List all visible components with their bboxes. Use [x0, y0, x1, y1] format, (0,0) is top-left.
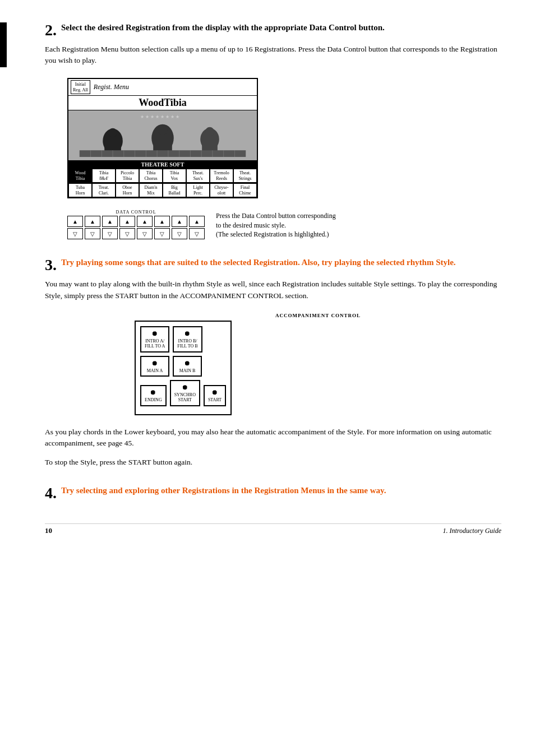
- dc-down-row: ▽▽▽▽▽▽▽▽: [67, 228, 205, 239]
- step2-container: 2. Select the desired Registration from …: [45, 22, 501, 240]
- main-b-icon: ⏺: [177, 359, 197, 368]
- accompaniment-section: ACCOMPANIMENT CONTROL ⏺ INTRO A/FILL TO …: [135, 313, 501, 415]
- step3-header: 3. Try playing some songs that are suite…: [45, 257, 501, 273]
- main-b-label: MAIN B: [177, 369, 197, 374]
- dc-up-btn[interactable]: ▲: [102, 216, 118, 227]
- dc-up-row: ▲▲▲▲▲▲▲▲: [67, 216, 205, 227]
- acc-intro-row: ⏺ INTRO A/FILL TO A ⏺ INTRO B/FILL TO B: [140, 326, 226, 353]
- dc-down-btn[interactable]: ▽: [189, 228, 205, 239]
- regist-row1: Wood TibiaTibia 8&4'Piccolo TibiaTibia C…: [68, 168, 257, 183]
- dc-down-btn[interactable]: ▽: [85, 228, 100, 239]
- dc-caption-line1: Press the Data Control button correspond…: [216, 211, 336, 221]
- intro-b-icon: ⏺: [177, 330, 197, 338]
- dc-caption-line3: (The selected Registration is highlighte…: [216, 230, 336, 239]
- step2-title: Select the desired Registration from the…: [61, 22, 501, 34]
- svg-rect-11: [80, 150, 246, 157]
- dc-down-btn[interactable]: ▽: [67, 228, 83, 239]
- main-a-icon: ⏺: [145, 359, 165, 368]
- regist-top-row: Initial Reg. All Regist. Menu: [68, 79, 257, 96]
- dc-caption-line2: to the desired music style.: [216, 221, 336, 230]
- regist-cell[interactable]: Theat. Strings: [233, 169, 257, 183]
- page-number: 10: [45, 526, 52, 535]
- regist-cell[interactable]: Tibia 8&4': [92, 169, 116, 183]
- main-a-btn[interactable]: ⏺ MAIN A: [140, 356, 169, 377]
- dc-up-btn[interactable]: ▲: [67, 216, 83, 227]
- dc-up-btn[interactable]: ▲: [119, 216, 135, 227]
- regist-cell[interactable]: Chryse- olott: [210, 183, 233, 197]
- dc-up-btn[interactable]: ▲: [172, 216, 187, 227]
- regist-cell[interactable]: Light Perc.: [186, 183, 210, 197]
- step3-container: 3. Try playing some songs that are suite…: [45, 257, 501, 468]
- theatre-soft-label: THEATRE SOFT: [68, 161, 257, 168]
- start-btn[interactable]: ⏺ START: [204, 385, 226, 406]
- svg-text:★ ★ ★ ★ ★ ★ ★ ★: ★ ★ ★ ★ ★ ★ ★ ★: [140, 114, 179, 119]
- dc-down-btn[interactable]: ▽: [102, 228, 118, 239]
- page-footer: 10 1. Introductory Guide: [45, 523, 501, 535]
- data-control-wrapper: DATA CONTROL ▲▲▲▲▲▲▲▲ ▽▽▽▽▽▽▽▽: [67, 210, 205, 240]
- registration-display: Initial Reg. All Regist. Menu WoodTibia: [67, 78, 258, 199]
- synchro-label: SYNCHROSTART: [174, 393, 196, 403]
- dc-up-btn[interactable]: ▲: [85, 216, 100, 227]
- dc-up-btn[interactable]: ▲: [154, 216, 170, 227]
- step2-body: Each Registration Menu button selection …: [45, 44, 501, 67]
- step3-footer2: To stop the Style, press the START butto…: [45, 457, 501, 468]
- step4-title: Try selecting and exploring other Regist…: [61, 485, 501, 497]
- regist-cell[interactable]: Tibia Chorus: [139, 169, 163, 183]
- step3-title: Try playing some songs that are suited t…: [61, 257, 501, 268]
- regist-cell[interactable]: Big Ballad: [163, 183, 186, 197]
- regist-menu-label: Regist. Menu: [94, 83, 129, 91]
- ending-icon: ⏺: [145, 388, 162, 397]
- step3-body: You may want to play along with the buil…: [45, 279, 501, 302]
- display-image-area: ★ ★ ★ ★ ★ ★ ★ ★: [68, 110, 257, 161]
- intro-a-label: INTRO A/FILL TO A: [145, 339, 165, 349]
- dc-down-btn[interactable]: ▽: [137, 228, 153, 239]
- data-control-label: DATA CONTROL: [67, 210, 205, 215]
- regist-cell[interactable]: Tuba Horn: [68, 183, 92, 197]
- acc-main-row: ⏺ MAIN A ⏺ MAIN B: [140, 356, 226, 377]
- dc-down-btn[interactable]: ▽: [172, 228, 187, 239]
- step2-header: 2. Select the desired Registration from …: [45, 22, 501, 38]
- main-a-label: MAIN A: [145, 369, 165, 374]
- regist-cell[interactable]: Wood Tibia: [68, 169, 92, 183]
- regist-cell[interactable]: Tibia Vox: [163, 169, 186, 183]
- intro-a-btn[interactable]: ⏺ INTRO A/FILL TO A: [140, 326, 169, 353]
- svg-point-10: [205, 127, 214, 136]
- synchro-icon: ⏺: [174, 383, 196, 392]
- dc-caption: Press the Data Control button correspond…: [216, 211, 336, 239]
- step2-number: 2.: [45, 22, 57, 38]
- intro-a-icon: ⏺: [145, 330, 165, 338]
- intro-b-label: INTRO B/FILL TO B: [177, 339, 197, 349]
- regist-cell[interactable]: Piccolo Tibia: [116, 169, 139, 183]
- start-icon: ⏺: [208, 388, 222, 397]
- ending-btn[interactable]: ⏺ ENDING: [140, 385, 167, 406]
- footer-chapter: 1. Introductory Guide: [442, 527, 501, 535]
- regist-cell[interactable]: Diam'n Mix: [139, 183, 163, 197]
- synchro-start-btn[interactable]: ⏺ SYNCHROSTART: [170, 380, 200, 406]
- woodtibia-title: WoodTibia: [68, 96, 257, 110]
- acc-control-box: ⏺ INTRO A/FILL TO A ⏺ INTRO B/FILL TO B …: [135, 321, 232, 415]
- start-label: START: [208, 398, 222, 403]
- dc-down-btn[interactable]: ▽: [119, 228, 135, 239]
- main-b-btn[interactable]: ⏺ MAIN B: [173, 356, 202, 377]
- dc-down-btn[interactable]: ▽: [154, 228, 170, 239]
- left-bar: [0, 22, 7, 67]
- regist-cell[interactable]: Treat. Clari.: [92, 183, 116, 197]
- regist-cell[interactable]: Final Chime: [233, 183, 257, 197]
- regist-row2: Tuba HornTreat. Clari.Oboe HornDiam'n Mi…: [68, 183, 257, 197]
- initial-reg-btn[interactable]: Initial Reg. All: [71, 80, 90, 95]
- step4-number: 4.: [45, 485, 57, 501]
- regist-cell[interactable]: Theat. Sax's: [186, 169, 210, 183]
- svg-point-4: [108, 128, 117, 137]
- step4-header: 4. Try selecting and exploring other Reg…: [45, 485, 501, 501]
- dc-up-btn[interactable]: ▲: [137, 216, 153, 227]
- intro-b-btn[interactable]: ⏺ INTRO B/FILL TO B: [173, 326, 202, 353]
- dc-up-btn[interactable]: ▲: [189, 216, 205, 227]
- step3-number: 3.: [45, 257, 57, 273]
- regist-cell[interactable]: Oboe Horn: [116, 183, 139, 197]
- step4-container: 4. Try selecting and exploring other Reg…: [45, 485, 501, 501]
- acc-label: ACCOMPANIMENT CONTROL: [135, 313, 501, 318]
- regist-cell[interactable]: Tremolo Reeds: [210, 169, 233, 183]
- svg-point-7: [158, 125, 168, 135]
- step3-footer1: As you play chords in the Lower keyboard…: [45, 426, 501, 449]
- acc-end-row: ⏺ ENDING ⏺ SYNCHROSTART ⏺ START: [140, 380, 226, 406]
